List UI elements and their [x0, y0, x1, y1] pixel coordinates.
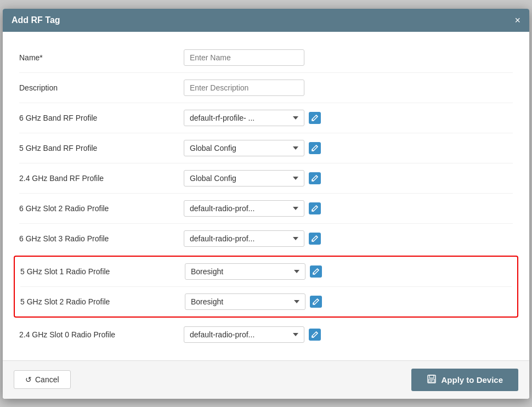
5ghz-band-rf-profile-edit-icon[interactable]: [309, 142, 321, 154]
24ghz-slot0-radio-profile-label: 2.4 GHz Slot 0 Radio Profile: [19, 330, 184, 339]
modal-title: Add RF Tag: [12, 15, 60, 25]
name-label: Name*: [19, 53, 184, 62]
apply-icon: [427, 374, 437, 386]
close-button[interactable]: ×: [514, 15, 520, 25]
5ghz-band-rf-profile-label: 5 GHz Band RF Profile: [19, 144, 184, 152]
name-input[interactable]: [184, 49, 304, 66]
5ghz-slot2-radio-profile-control: Boresight: [185, 293, 322, 310]
24ghz-band-rf-profile-row: 2.4 GHz Band RF Profile Global Config: [19, 163, 513, 194]
6ghz-slot2-radio-profile-row: 6 GHz Slot 2 Radio Profile default-radio…: [19, 194, 513, 224]
5ghz-band-rf-profile-control: Global Config: [184, 140, 321, 156]
5ghz-slot1-radio-profile-label: 5 GHz Slot 1 Radio Profile: [20, 267, 185, 276]
name-row: Name*: [19, 43, 513, 73]
6ghz-band-rf-profile-label: 6 GHz Band RF Profile: [19, 114, 184, 122]
24ghz-slot0-radio-profile-edit-icon[interactable]: [309, 329, 321, 341]
5ghz-slot2-radio-profile-select[interactable]: Boresight: [185, 293, 305, 310]
5ghz-slot2-radio-profile-row: 5 GHz Slot 2 Radio Profile Boresight: [20, 287, 512, 316]
cancel-icon: ↺: [25, 375, 32, 384]
6ghz-slot3-radio-profile-row: 6 GHz Slot 3 Radio Profile default-radio…: [19, 224, 513, 253]
name-control: [184, 49, 304, 66]
add-rf-tag-modal: Add RF Tag × Name* Description 6 GHz Ban…: [3, 9, 529, 399]
cancel-button[interactable]: ↺ Cancel: [14, 370, 71, 389]
6ghz-slot3-radio-profile-edit-icon[interactable]: [309, 233, 321, 245]
6ghz-slot3-radio-profile-select[interactable]: default-radio-prof...: [184, 230, 304, 247]
modal-header: Add RF Tag ×: [3, 9, 529, 32]
24ghz-band-rf-profile-control: Global Config: [184, 170, 321, 186]
5ghz-slot1-radio-profile-control: Boresight: [185, 263, 322, 280]
24ghz-band-rf-profile-edit-icon[interactable]: [309, 172, 321, 184]
5ghz-slot2-radio-profile-label: 5 GHz Slot 2 Radio Profile: [20, 297, 185, 306]
24ghz-slot0-radio-profile-select[interactable]: default-radio-prof...: [184, 326, 304, 343]
svg-rect-2: [429, 379, 434, 382]
5ghz-slot1-radio-profile-select[interactable]: Boresight: [185, 263, 305, 280]
6ghz-slot2-radio-profile-edit-icon[interactable]: [309, 202, 321, 214]
5ghz-slot1-radio-profile-row: 5 GHz Slot 1 Radio Profile Boresight: [20, 257, 512, 287]
6ghz-band-rf-profile-control: default-rf-profile- ...: [184, 110, 321, 126]
24ghz-slot0-radio-profile-control: default-radio-prof...: [184, 326, 321, 343]
24ghz-band-rf-profile-select[interactable]: Global Config: [184, 170, 304, 186]
6ghz-band-rf-profile-row: 6 GHz Band RF Profile default-rf-profile…: [19, 103, 513, 133]
5ghz-band-rf-profile-select[interactable]: Global Config: [184, 140, 304, 156]
5ghz-band-rf-profile-row: 5 GHz Band RF Profile Global Config: [19, 133, 513, 163]
description-row: Description: [19, 73, 513, 103]
24ghz-slot0-radio-profile-row: 2.4 GHz Slot 0 Radio Profile default-rad…: [19, 320, 513, 349]
highlighted-section: 5 GHz Slot 1 Radio Profile Boresight: [14, 256, 518, 318]
description-label: Description: [19, 83, 184, 92]
apply-to-device-button[interactable]: Apply to Device: [411, 369, 518, 391]
regular-fields-top: 6 GHz Band RF Profile default-rf-profile…: [19, 103, 513, 253]
6ghz-band-rf-profile-edit-icon[interactable]: [309, 112, 321, 124]
5ghz-slot1-radio-profile-edit-icon[interactable]: [310, 265, 322, 278]
6ghz-slot3-radio-profile-control: default-radio-prof...: [184, 230, 321, 247]
6ghz-slot2-radio-profile-label: 6 GHz Slot 2 Radio Profile: [19, 204, 184, 213]
modal-footer: ↺ Cancel Apply to Device: [3, 360, 529, 399]
6ghz-slot3-radio-profile-label: 6 GHz Slot 3 Radio Profile: [19, 234, 184, 243]
description-control: [184, 80, 304, 96]
description-input[interactable]: [184, 80, 304, 96]
5ghz-slot2-radio-profile-edit-icon[interactable]: [310, 296, 322, 308]
6ghz-band-rf-profile-select[interactable]: default-rf-profile- ...: [184, 110, 304, 126]
6ghz-slot2-radio-profile-control: default-radio-prof...: [184, 200, 321, 217]
24ghz-band-rf-profile-label: 2.4 GHz Band RF Profile: [19, 174, 184, 183]
apply-label: Apply to Device: [441, 375, 503, 385]
modal-body: Name* Description 6 GHz Band RF Profile …: [3, 32, 529, 360]
6ghz-slot2-radio-profile-select[interactable]: default-radio-prof...: [184, 200, 304, 217]
cancel-label: Cancel: [35, 375, 59, 384]
